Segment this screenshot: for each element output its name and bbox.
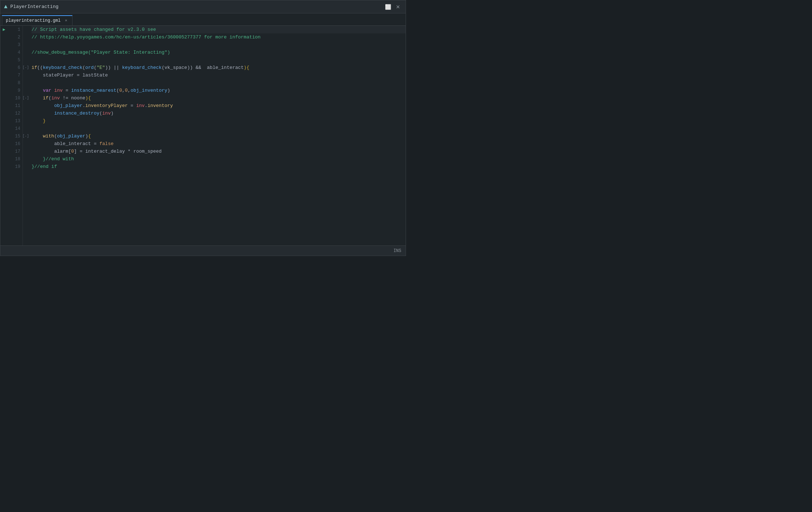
fold-marker (23, 41, 29, 49)
fold-marker[interactable]: [-] (23, 132, 29, 140)
arrow-cell: ▶ (0, 26, 8, 33)
line-number: 18 (10, 155, 20, 163)
line-number: 9 (10, 87, 20, 94)
line-number: 15 (10, 132, 20, 140)
code-line: }//end with (32, 155, 406, 163)
code-line: obj_player.inventoryPlayer = inv.invento… (32, 102, 406, 110)
line-number: 19 (10, 163, 20, 170)
code-token: able_interact (207, 64, 244, 71)
arrow-cell (0, 49, 8, 56)
fold-marker[interactable]: [-] (23, 64, 29, 71)
fold-marker (23, 102, 29, 110)
code-line: statePlayer = lastState (32, 71, 406, 79)
title-bar: ▲ PlayerInteracting ⬜ ✕ (0, 0, 406, 13)
code-token: with (32, 132, 54, 140)
code-token: var (32, 87, 51, 94)
close-button[interactable]: ✕ (394, 3, 402, 11)
code-token: ord (85, 64, 94, 71)
arrow-cell (0, 94, 8, 102)
tab-close-button[interactable]: × (63, 18, 69, 23)
code-area[interactable]: // Script assets have changed for v2.3.0… (29, 26, 406, 245)
arrow-cell (0, 117, 8, 125)
code-token: obj_player (32, 102, 82, 110)
line-number: 6 (10, 64, 20, 71)
code-line: if(inv != noone){ (32, 94, 406, 102)
window-title: PlayerInteracting (11, 4, 59, 9)
maximize-button[interactable]: ⬜ (384, 3, 392, 11)
code-token: "E" (96, 64, 105, 71)
code-token: 0 (71, 148, 74, 155)
code-token: = (91, 140, 99, 148)
line-number: 4 (10, 49, 20, 56)
code-token: ( (99, 110, 102, 117)
code-token: inv (136, 102, 145, 110)
fold-marker (23, 87, 29, 94)
code-token: alarm (32, 148, 68, 155)
code-line (32, 125, 406, 132)
code-token: statePlayer (32, 71, 74, 79)
line-number: 3 (10, 41, 20, 49)
fold-marker (23, 56, 29, 64)
status-bar: INS (0, 245, 406, 256)
arrow-cell (0, 102, 8, 110)
code-token: instance_nearest (71, 87, 116, 94)
code-token: room_speed (133, 148, 162, 155)
fold-marker (23, 117, 29, 125)
code-token: obj_inventory (130, 87, 167, 94)
arrow-cell (0, 87, 8, 94)
arrow-cell (0, 163, 8, 170)
code-token: }//end if (32, 163, 57, 170)
line-number: 17 (10, 148, 20, 155)
code-token: } (32, 117, 46, 125)
fold-marker (23, 155, 29, 163)
line-number: 12 (10, 110, 20, 117)
code-token: noone (71, 94, 85, 102)
code-line (32, 79, 406, 87)
arrow-cell (0, 132, 8, 140)
fold-marker[interactable]: [-] (23, 94, 29, 102)
arrow-cell (0, 79, 8, 87)
fold-marker (23, 110, 29, 117)
title-bar-buttons: ⬜ ✕ (384, 3, 402, 11)
code-token: keyboard_check (122, 64, 162, 71)
title-bar-left: ▲ PlayerInteracting (4, 4, 58, 10)
code-token: able_interact (32, 140, 91, 148)
tab-bar: playerinteracting.gml × (0, 13, 406, 26)
editor-window: ▲ PlayerInteracting ⬜ ✕ playerinteractin… (0, 0, 406, 256)
insert-mode-indicator: INS (393, 248, 401, 253)
code-token: false (99, 140, 113, 148)
code-token: interact_delay (85, 148, 125, 155)
fold-marker (23, 49, 29, 56)
code-line: alarm[0] = interact_delay * room_speed (32, 148, 406, 155)
code-token: || (111, 64, 122, 71)
line-number: 8 (10, 79, 20, 87)
fold-marker (23, 140, 29, 148)
code-line (32, 41, 406, 49)
fold-marker (23, 125, 29, 132)
code-token: inv (54, 87, 62, 94)
editor-area[interactable]: ▶ 12345678910111213141516171819 [-][-][-… (0, 26, 406, 245)
fold-marker (23, 79, 29, 87)
code-token: ){ (244, 64, 249, 71)
line-number: 5 (10, 56, 20, 64)
code-token: )) (105, 64, 111, 71)
code-token: , (128, 87, 130, 94)
code-token: //show_debug_message("Player State: Inte… (32, 49, 170, 56)
code-token: ( (94, 64, 97, 71)
code-token: != (60, 94, 71, 102)
code-token: = (77, 148, 85, 155)
fold-marker (23, 26, 29, 33)
code-token: if (32, 94, 49, 102)
code-token: if (32, 64, 37, 71)
line-number: 10 (10, 94, 20, 102)
code-token: . (82, 102, 85, 110)
code-token: vk_space (165, 64, 187, 71)
code-line: // Script assets have changed for v2.3.0… (32, 26, 406, 33)
code-token: ( (162, 64, 165, 71)
code-token: (( (37, 64, 43, 71)
tab-playerinteracting[interactable]: playerinteracting.gml × (2, 15, 72, 25)
code-line: } (32, 117, 406, 125)
code-line: }//end if (32, 163, 406, 170)
code-token: ){ (85, 94, 91, 102)
line-number: 7 (10, 71, 20, 79)
